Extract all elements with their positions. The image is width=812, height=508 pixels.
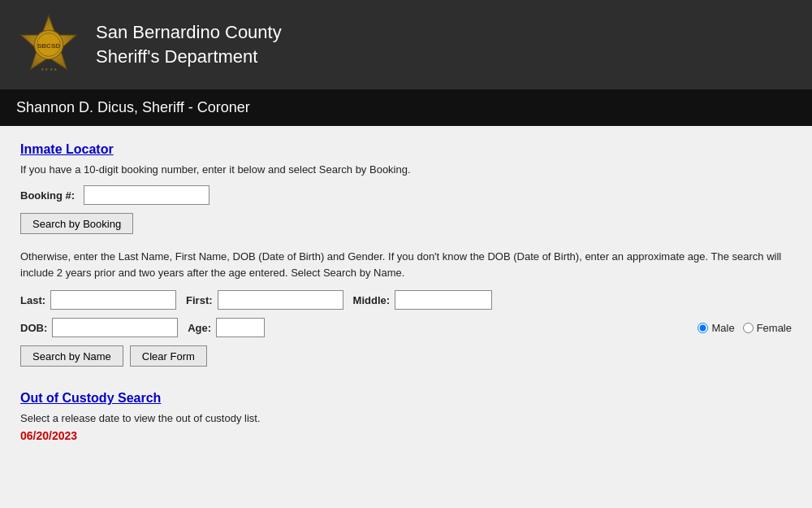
sheriff-badge-icon: SBCSD ★ ★ ★ ★ xyxy=(16,12,81,77)
out-of-custody-link[interactable]: Out of Custody Search xyxy=(20,391,792,406)
first-name-input[interactable] xyxy=(218,290,343,310)
release-instruction: Select a release date to view the out of… xyxy=(20,412,792,424)
svg-text:★ ★ ★ ★: ★ ★ ★ ★ xyxy=(41,67,58,72)
booking-instruction-text: If you have a 10-digit booking number, e… xyxy=(20,163,792,176)
dob-input[interactable] xyxy=(52,318,178,337)
out-of-custody-section: Out of Custody Search Select a release d… xyxy=(20,391,792,442)
release-date-value[interactable]: 06/20/2023 xyxy=(20,429,77,442)
name-fields-row: Last: First: Middle: xyxy=(20,290,792,310)
age-group: Age: xyxy=(188,318,265,337)
female-option: Female xyxy=(743,322,792,334)
org-title: San Bernardino County Sheriff's Departme… xyxy=(96,22,282,67)
first-name-group: First: xyxy=(186,290,343,310)
svg-text:SBCSD: SBCSD xyxy=(37,42,60,50)
middle-name-input[interactable] xyxy=(395,290,492,310)
dob-group: DOB: xyxy=(20,318,178,337)
age-label: Age: xyxy=(188,322,211,334)
middle-name-group: Middle: xyxy=(353,290,493,310)
dob-label: DOB: xyxy=(20,322,47,334)
booking-label: Booking #: xyxy=(20,189,77,202)
org-line1: San Bernardino County xyxy=(96,22,282,43)
last-name-input[interactable] xyxy=(50,290,176,310)
last-name-group: Last: xyxy=(20,290,176,310)
age-input[interactable] xyxy=(216,318,265,337)
search-booking-row: Search by Booking xyxy=(20,213,792,234)
male-option: Male xyxy=(698,322,734,334)
sheriff-name-title: Shannon D. Dicus, Sheriff - Coroner xyxy=(16,99,250,115)
name-instruction-text: Otherwise, enter the Last Name, First Na… xyxy=(20,249,792,280)
female-radio[interactable] xyxy=(743,323,754,333)
dob-age-gender-row: DOB: Age: Male Female xyxy=(20,318,792,337)
middle-label: Middle: xyxy=(353,294,391,306)
booking-number-row: Booking #: xyxy=(20,185,792,205)
search-by-name-button[interactable]: Search by Name xyxy=(20,345,123,367)
clear-form-button[interactable]: Clear Form xyxy=(130,345,207,367)
booking-number-input[interactable] xyxy=(84,185,209,205)
main-content: Inmate Locator If you have a 10-digit bo… xyxy=(0,126,812,458)
gender-group: Male Female xyxy=(698,322,792,334)
female-label: Female xyxy=(757,322,792,334)
last-label: Last: xyxy=(20,294,45,306)
search-by-booking-button[interactable]: Search by Booking xyxy=(20,213,133,234)
site-header: SBCSD ★ ★ ★ ★ San Bernardino County Sher… xyxy=(0,0,812,89)
sub-header-bar: Shannon D. Dicus, Sheriff - Coroner xyxy=(0,89,812,126)
inmate-locator-section: Inmate Locator If you have a 10-digit bo… xyxy=(20,142,792,367)
inmate-locator-link[interactable]: Inmate Locator xyxy=(20,142,792,157)
male-radio[interactable] xyxy=(698,323,708,333)
name-search-buttons-row: Search by Name Clear Form xyxy=(20,345,792,367)
org-line2: Sheriff's Department xyxy=(96,46,282,67)
first-label: First: xyxy=(186,294,213,306)
male-label: Male xyxy=(711,322,734,334)
